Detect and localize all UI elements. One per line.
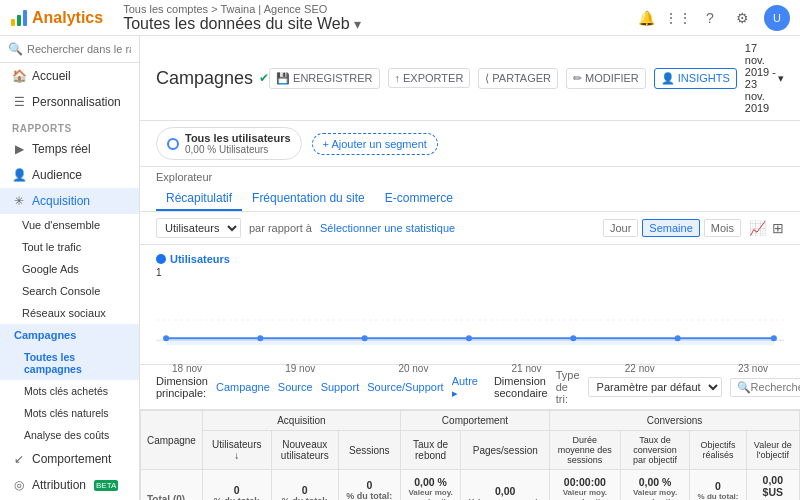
audience-icon: 👤 xyxy=(12,168,26,182)
segment-name: Tous les utilisateurs xyxy=(185,132,291,144)
sidebar: 🔍 🏠 Accueil ☰ Personnalisation RAPPORTS … xyxy=(0,36,140,500)
grid-icon[interactable]: ⋮⋮ xyxy=(668,8,688,28)
share-button[interactable]: ⟨ PARTAGER xyxy=(478,68,558,89)
sidebar-item-acquisition[interactable]: ✳ Acquisition xyxy=(0,188,139,214)
settings-icon[interactable]: ⚙ xyxy=(732,8,752,28)
search-input[interactable] xyxy=(27,43,131,55)
sidebar-item-behavior[interactable]: ↙ Comportement xyxy=(0,446,139,472)
help-icon[interactable]: ? xyxy=(700,8,720,28)
explorer-section: Explorateur Récapitulatif Fréquentation … xyxy=(140,167,800,212)
week-view-button[interactable]: Semaine xyxy=(642,219,699,237)
sidebar-subitem-campaigns[interactable]: Campagnes xyxy=(0,324,139,346)
date-range-arrow: ▾ xyxy=(778,72,784,85)
sidebar-subitem-all-campaigns[interactable]: Toutes les campagnes xyxy=(0,346,139,380)
chart-options-icon[interactable]: ⊞ xyxy=(772,220,784,236)
sidebar-search[interactable]: 🔍 xyxy=(0,36,139,63)
segment-circle xyxy=(167,138,179,150)
campaign-dim-button[interactable]: Campagne xyxy=(216,381,270,393)
sidebar-item-home-label: Accueil xyxy=(32,69,71,83)
logo: Analytics xyxy=(10,9,103,27)
sidebar-subitem-cost-analysis[interactable]: Analyse des coûts xyxy=(0,424,139,446)
col-new-users[interactable]: Nouveaux utilisateurs xyxy=(271,431,338,470)
explorer-tabs: Récapitulatif Fréquentation du site E-co… xyxy=(156,187,784,211)
save-icon: 💾 xyxy=(276,72,290,85)
search-icon: 🔍 xyxy=(8,42,23,56)
col-goal-value[interactable]: Valeur de l'objectif xyxy=(746,431,799,470)
col-bounce[interactable]: Taux de rebond xyxy=(400,431,461,470)
export-button[interactable]: ↑ EXPORTER xyxy=(388,68,471,88)
tab-summary[interactable]: Récapitulatif xyxy=(156,187,242,211)
col-users[interactable]: Utilisateurs ↓ xyxy=(202,431,271,470)
data-table: Campagne Acquisition Comportement Conver… xyxy=(140,410,800,500)
total-pages: 0,00 Valeur moy. pour le site: 1,59 (100… xyxy=(461,470,550,501)
total-sessions: 0 % du total: 0,00 % (1 084) xyxy=(338,470,400,501)
sidebar-item-realtime[interactable]: ▶ Temps réel xyxy=(0,136,139,162)
sidebar-item-home[interactable]: 🏠 Accueil xyxy=(0,63,139,89)
share-icon: ⟨ xyxy=(485,72,489,85)
col-header-campaign: Campagne xyxy=(141,411,203,470)
col-group-acquisition: Acquisition xyxy=(202,411,400,431)
sidebar-item-personalization[interactable]: ☰ Personnalisation xyxy=(0,89,139,115)
sidebar-subitem-natural-kws[interactable]: Mots clés naturels xyxy=(0,402,139,424)
main-layout: 🔍 🏠 Accueil ☰ Personnalisation RAPPORTS … xyxy=(0,36,800,500)
svg-marker-12 xyxy=(166,338,774,345)
month-view-button[interactable]: Mois xyxy=(704,219,741,237)
source-support-dim-button[interactable]: Source/Support xyxy=(367,381,443,393)
sidebar-subitem-social[interactable]: Réseaux sociaux xyxy=(0,302,139,324)
sort-select[interactable]: Paramètre par défaut xyxy=(588,377,722,397)
metric-dot xyxy=(156,254,166,264)
sidebar-subitem-search-console[interactable]: Search Console xyxy=(0,280,139,302)
sidebar-item-attribution[interactable]: ◎ Attribution BETA xyxy=(0,472,139,498)
support-dim-button[interactable]: Support xyxy=(321,381,360,393)
home-icon: 🏠 xyxy=(12,69,26,83)
insights-button[interactable]: 👤 INSIGHTS xyxy=(654,68,737,89)
modify-button[interactable]: ✏ MODIFIER xyxy=(566,68,646,89)
dimension-label: Dimension principale: xyxy=(156,375,208,399)
save-button[interactable]: 💾 ENREGISTRER xyxy=(269,68,379,89)
add-segment-button[interactable]: + Ajouter un segment xyxy=(312,133,438,155)
beta-badge: BETA xyxy=(94,480,118,491)
col-duration[interactable]: Durée moyenne des sessions xyxy=(550,431,621,470)
behavior-icon: ↙ xyxy=(12,452,26,466)
segment-pill[interactable]: Tous les utilisateurs 0,00 % Utilisateur… xyxy=(156,127,302,160)
user-avatar[interactable]: U xyxy=(764,5,790,31)
svg-rect-2 xyxy=(23,10,27,26)
chart-x-labels: 18 nov 19 nov 20 nov 21 nov 22 nov 23 no… xyxy=(156,363,784,374)
select-stat-link[interactable]: Sélectionner une statistique xyxy=(320,222,455,234)
sidebar-item-personalization-label: Personnalisation xyxy=(32,95,121,109)
tab-site-traffic[interactable]: Fréquentation du site xyxy=(242,187,375,211)
col-sessions[interactable]: Sessions xyxy=(338,431,400,470)
acquisition-icon: ✳ xyxy=(12,194,26,208)
title-dropdown-icon[interactable]: ▾ xyxy=(354,16,361,32)
svg-rect-0 xyxy=(11,19,15,26)
notification-icon[interactable]: 🔔 xyxy=(636,8,656,28)
content-title: Campagnes xyxy=(156,68,253,89)
sidebar-subitem-all-traffic[interactable]: Tout le trafic xyxy=(0,236,139,258)
attribution-icon: ◎ xyxy=(12,478,26,492)
total-goal-value: 0,00 $US % du total: 0,00 % (0,00 $) xyxy=(746,470,799,501)
col-goals[interactable]: Objectifs réalisés xyxy=(690,431,746,470)
sidebar-subitem-overview[interactable]: Vue d'ensemble xyxy=(0,214,139,236)
insights-icon: 👤 xyxy=(661,72,675,85)
col-conv-rate[interactable]: Taux de conversion par objectif xyxy=(620,431,690,470)
sidebar-subitem-google-ads[interactable]: Google Ads xyxy=(0,258,139,280)
realtime-icon: ▶ xyxy=(12,142,26,156)
breadcrumb: Tous les comptes > Twaina | Agence SEO xyxy=(123,3,636,15)
total-label: Total (0) xyxy=(141,470,203,501)
date-range-picker[interactable]: 17 nov. 2019 - 23 nov. 2019 ▾ xyxy=(745,42,784,114)
personalization-icon: ☰ xyxy=(12,95,26,109)
other-dim-button[interactable]: Autre ▸ xyxy=(452,375,478,400)
chart-type-icon[interactable]: 📈 xyxy=(749,220,766,236)
chart-y-value: 1 xyxy=(156,267,784,278)
col-pages[interactable]: Pages/session xyxy=(461,431,550,470)
source-dim-button[interactable]: Source xyxy=(278,381,313,393)
metric-select[interactable]: Utilisateurs xyxy=(156,218,241,238)
total-new-users: 0 % du total: 0,00 % (860) xyxy=(271,470,338,501)
table-search-input[interactable] xyxy=(751,381,800,393)
logo-text: Analytics xyxy=(32,9,103,27)
day-view-button[interactable]: Jour xyxy=(603,219,638,237)
tab-ecommerce[interactable]: E-commerce xyxy=(375,187,463,211)
metric-label: Utilisateurs xyxy=(170,253,230,265)
sidebar-subitem-bought-kws[interactable]: Mots clés achetés xyxy=(0,380,139,402)
sidebar-item-audience[interactable]: 👤 Audience xyxy=(0,162,139,188)
